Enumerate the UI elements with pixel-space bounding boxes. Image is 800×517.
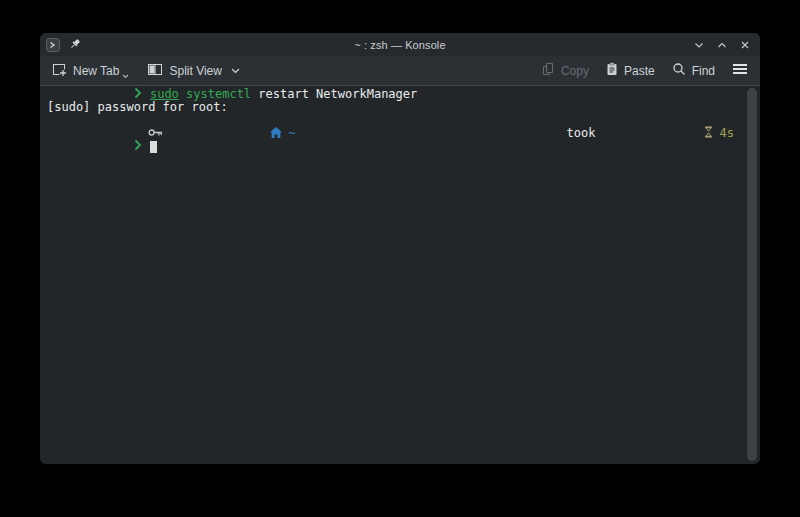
terminal-cursor [150, 141, 157, 153]
split-view-label: Split View [169, 64, 221, 78]
pin-icon[interactable] [69, 36, 81, 54]
menu-button[interactable] [731, 61, 749, 80]
password-prompt-text: [sudo] password for root: [47, 101, 228, 114]
copy-icon [541, 62, 555, 79]
hamburger-menu-icon [732, 63, 748, 78]
split-view-icon [147, 63, 163, 79]
terminal-area: sudo systemctl restart NetworkManager [s… [40, 86, 760, 463]
took-label: took [566, 127, 595, 140]
prompt-chevron-icon [47, 126, 142, 167]
home-icon [169, 114, 282, 154]
paste-label: Paste [624, 64, 655, 78]
titlebar-left [46, 33, 81, 56]
terminal-content[interactable]: sudo systemctl restart NetworkManager [s… [40, 86, 744, 463]
scrollbar[interactable] [747, 88, 757, 461]
search-icon [672, 62, 686, 79]
close-button[interactable] [738, 38, 752, 52]
command-args: restart NetworkManager [251, 88, 417, 101]
copy-label: Copy [561, 64, 589, 78]
current-path: ~ [288, 127, 295, 140]
split-view-button[interactable]: Split View [146, 61, 240, 81]
minimize-button[interactable] [692, 38, 706, 52]
paste-icon [606, 62, 618, 79]
find-button[interactable]: Find [671, 60, 716, 81]
titlebar[interactable]: ~ : zsh — Konsole [40, 33, 760, 56]
paste-button[interactable]: Paste [605, 60, 656, 81]
konsole-window: ~ : zsh — Konsole [40, 33, 760, 464]
window-title: ~ : zsh — Konsole [40, 39, 760, 51]
window-controls [692, 33, 752, 56]
desktop: ~ : zsh — Konsole [0, 0, 800, 517]
scrollbar-thumb[interactable] [747, 88, 757, 461]
split-view-dropdown-caret-icon [231, 68, 240, 74]
find-label: Find [692, 64, 715, 78]
maximize-button[interactable] [715, 38, 729, 52]
konsole-app-icon[interactable] [46, 38, 60, 52]
toolbar: New Tab Split View [40, 56, 760, 86]
copy-button[interactable]: Copy [540, 60, 590, 81]
toolbar-right-group: Copy Paste [540, 60, 749, 81]
duration-value: 4s [720, 127, 734, 140]
duration-info: took 4s [566, 113, 734, 154]
shell-prompt-line: ~ took 4s [47, 127, 734, 140]
hourglass-icon [602, 113, 712, 154]
